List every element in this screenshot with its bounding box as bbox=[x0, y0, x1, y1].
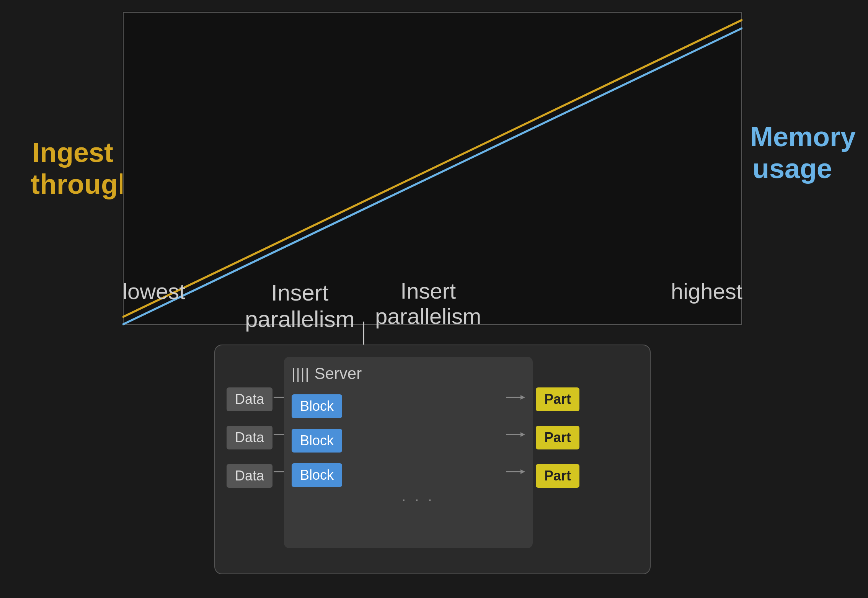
data-label-2: Data bbox=[227, 426, 272, 449]
server-title-text: Server bbox=[314, 364, 362, 383]
diagram-container: Data Data Data |||| Server Block Block B bbox=[214, 345, 651, 574]
block-label-1: Block bbox=[292, 394, 342, 418]
svg-marker-13 bbox=[520, 395, 525, 400]
part-label-3: Part bbox=[536, 464, 579, 488]
server-row-2: Block bbox=[292, 429, 525, 453]
block-arrows-svg bbox=[504, 387, 531, 498]
server-box: |||| Server Block Block Block · · · bbox=[284, 357, 533, 548]
block-label-3: Block bbox=[292, 463, 342, 487]
svg-marker-15 bbox=[520, 432, 525, 437]
part-label-1: Part bbox=[536, 387, 579, 411]
ingest-throughput-label: Ingest throughput bbox=[31, 137, 115, 200]
block-label-2: Block bbox=[292, 429, 342, 453]
dots: · · · bbox=[292, 491, 525, 508]
x-label-highest: highest bbox=[671, 278, 742, 304]
server-title: |||| Server bbox=[292, 364, 525, 383]
server-row-3: Block bbox=[292, 463, 525, 487]
server-row-1: Block bbox=[292, 394, 525, 418]
data-label-1: Data bbox=[227, 387, 272, 411]
chart-container: Ingest throughput Memory usage highest l… bbox=[31, 11, 834, 325]
data-label-3: Data bbox=[227, 464, 272, 488]
svg-marker-17 bbox=[520, 469, 525, 474]
part-label-2: Part bbox=[536, 426, 579, 449]
server-icon: |||| bbox=[292, 366, 310, 382]
x-label-lowest: lowest bbox=[122, 278, 185, 304]
memory-usage-label: Memory usage bbox=[750, 121, 834, 185]
server-rows: Block Block Block bbox=[292, 394, 525, 487]
x-axis-labels: lowest Insert parallelism highest bbox=[122, 271, 742, 329]
